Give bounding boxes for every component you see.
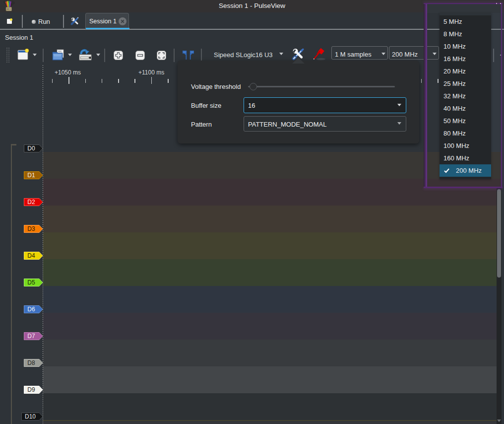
svg-text:D2: D2 [27, 199, 35, 206]
svg-text:D4: D4 [27, 252, 35, 259]
svg-text:D8: D8 [27, 359, 35, 366]
svg-text:D3: D3 [27, 225, 35, 232]
svg-text:D9: D9 [27, 386, 35, 393]
svg-text:D1: D1 [27, 172, 35, 179]
svg-text:D6: D6 [27, 306, 35, 313]
svg-text:D7: D7 [27, 333, 35, 340]
svg-text:D5: D5 [27, 279, 35, 286]
svg-text:D0: D0 [27, 145, 35, 152]
svg-text:D10: D10 [24, 413, 35, 420]
